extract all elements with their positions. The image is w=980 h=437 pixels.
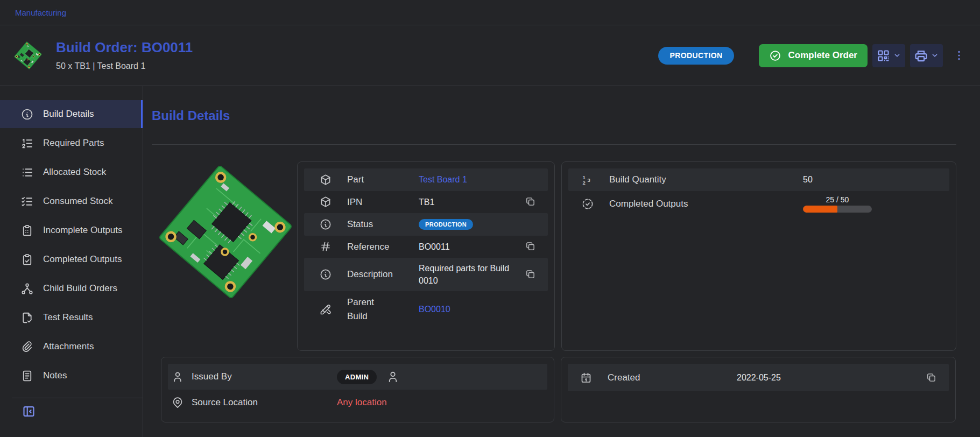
breadcrumb-link-manufacturing[interactable]: Manufacturing — [15, 8, 66, 17]
sidebar-item-child-build-orders[interactable]: Child Build Orders — [0, 274, 143, 302]
detail-label: Part — [347, 173, 419, 187]
detail-label: IPN — [347, 195, 419, 209]
sidebar-collapse-button[interactable] — [20, 404, 37, 420]
progress-label: 25 / 50 — [826, 195, 849, 204]
detail-value: TB1 — [419, 196, 434, 208]
sidebar-item-label: Required Parts — [43, 138, 104, 149]
source-location-value: Any location — [337, 396, 387, 410]
page-header: Build Order: BO0011 50 x TB1 | Test Boar… — [0, 25, 980, 86]
clipboard-check-icon — [20, 253, 34, 266]
sidebar-item-completed-outputs[interactable]: Completed Outputs — [0, 245, 143, 273]
parent-build-link[interactable]: BO0010 — [419, 303, 450, 315]
box-icon — [319, 173, 332, 186]
sidebar-item-required-parts[interactable]: Required Parts — [0, 129, 143, 157]
part-link[interactable]: Test Board 1 — [419, 173, 467, 186]
detail-row-build-quantity: Build Quantity 50 — [568, 168, 949, 191]
copy-icon — [926, 372, 937, 383]
breadcrumb: Manufacturing — [0, 0, 980, 25]
sidebar-collapse-icon — [22, 404, 36, 419]
progress-bar-track — [803, 206, 872, 213]
detail-row-created: Created 2022-05-25 — [568, 364, 949, 391]
sidebar-item-label: Incomplete Outputs — [43, 225, 122, 236]
detail-row-issued-by: Issued By ADMIN — [168, 364, 547, 390]
copy-button[interactable] — [524, 241, 536, 252]
sidebar-divider — [12, 398, 143, 398]
sidebar-item-notes[interactable]: Notes — [0, 362, 143, 390]
created-card: Created 2022-05-25 — [561, 357, 956, 422]
page-subtitle: 50 x TB1 | Test Board 1 — [56, 61, 193, 71]
sidebar-item-label: Build Details — [43, 109, 94, 119]
clipboard-list-icon — [20, 224, 34, 237]
main-content: Build Details Part Test Board 1 IPN TB1 — [143, 86, 980, 437]
page-title: Build Order: BO0011 — [56, 40, 193, 55]
part-image[interactable] — [158, 161, 293, 302]
section-divider — [152, 144, 956, 145]
copy-button[interactable] — [524, 269, 536, 280]
complete-order-label: Complete Order — [788, 50, 857, 61]
issue-details-card: Issued By ADMIN Source Location Any loca… — [161, 357, 554, 422]
sidebar-item-label: Test Results — [43, 312, 93, 323]
status-badge: PRODUCTION — [658, 47, 734, 65]
sidebar-item-consumed-stock[interactable]: Consumed Stock — [0, 187, 143, 215]
sidebar-item-label: Notes — [43, 370, 67, 381]
progress-bar-fill — [803, 206, 837, 213]
info-circle-icon — [319, 268, 332, 281]
detail-label: Reference — [347, 240, 419, 254]
detail-row-status: Status PRODUCTION — [304, 213, 548, 236]
sidebar-item-label: Completed Outputs — [43, 254, 122, 265]
copy-icon — [525, 196, 536, 207]
circle-check-icon — [769, 50, 781, 62]
detail-row-ipn: IPN TB1 — [304, 191, 548, 214]
sidebar-item-build-details[interactable]: Build Details — [0, 100, 143, 128]
sidebar-item-test-results[interactable]: Test Results — [0, 304, 143, 332]
print-actions-button[interactable] — [910, 44, 943, 67]
page-title-block: Build Order: BO0011 50 x TB1 | Test Boar… — [56, 40, 193, 71]
info-circle-icon — [20, 108, 34, 121]
detail-row-part: Part Test Board 1 — [304, 168, 548, 191]
notes-icon — [20, 369, 34, 383]
sidebar-item-label: Attachments — [43, 341, 94, 352]
calendar-icon — [580, 371, 593, 384]
map-pin-icon — [171, 396, 184, 409]
detail-label: Issued By — [192, 370, 337, 384]
sidebar: Build Details Required Parts Allocated S… — [0, 86, 143, 437]
chevron-down-icon — [893, 51, 901, 60]
sidebar-item-incomplete-outputs[interactable]: Incomplete Outputs — [0, 216, 143, 244]
issued-by-badge: ADMIN — [337, 370, 377, 384]
copy-button[interactable] — [925, 372, 937, 384]
detail-row-source-location: Source Location Any location — [168, 390, 547, 415]
copy-icon — [525, 269, 536, 280]
build-details-card: Part Test Board 1 IPN TB1 Status PRODUCT… — [297, 161, 555, 351]
info-circle-icon — [319, 218, 332, 231]
copy-button[interactable] — [524, 196, 536, 208]
detail-label: Build Quantity — [609, 173, 803, 187]
sidebar-item-allocated-stock[interactable]: Allocated Stock — [0, 158, 143, 186]
barcode-actions-button[interactable] — [872, 44, 905, 67]
printer-icon — [914, 48, 928, 63]
detail-label: Source Location — [192, 396, 337, 410]
detail-label: Parent Build — [347, 295, 385, 323]
detail-row-parent-build: Parent Build BO0010 — [304, 291, 548, 327]
build-quantity-value: 50 — [803, 173, 813, 186]
more-actions-button[interactable] — [952, 44, 966, 67]
file-check-icon — [20, 311, 34, 325]
section-title: Build Details — [152, 108, 956, 123]
build-order-thumbnail[interactable] — [14, 40, 42, 71]
hierarchy-icon — [20, 282, 34, 295]
progress-check-icon — [581, 198, 594, 210]
list-check-icon — [20, 195, 34, 208]
sidebar-item-label: Child Build Orders — [43, 283, 117, 294]
qrcode-icon — [876, 48, 891, 63]
detail-row-description: Description Required parts for Build 001… — [304, 258, 548, 291]
completed-outputs-progress: 25 / 50 — [803, 195, 872, 213]
user-icon — [171, 370, 184, 383]
dots-vertical-icon — [953, 49, 965, 62]
detail-label: Created — [608, 371, 737, 385]
hash-icon — [319, 240, 332, 253]
sidebar-item-attachments[interactable]: Attachments — [0, 333, 143, 361]
detail-value: Required parts for Build 0010 — [419, 262, 514, 287]
tools-icon — [319, 303, 332, 316]
complete-order-button[interactable]: Complete Order — [759, 44, 868, 67]
numbers-123-icon — [581, 173, 594, 186]
detail-label: Completed Outputs — [609, 197, 803, 211]
